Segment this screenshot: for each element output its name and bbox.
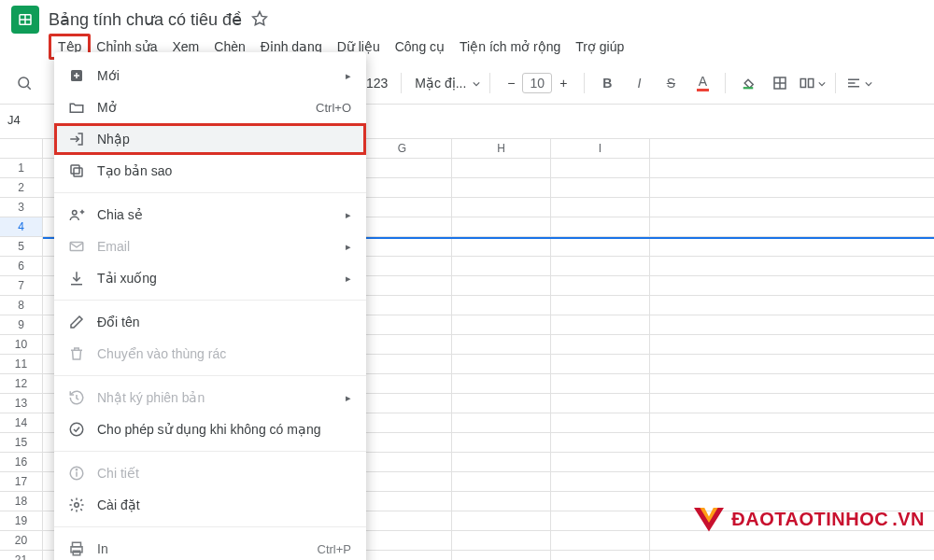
cell[interactable] (452, 472, 551, 491)
cell[interactable] (551, 472, 650, 491)
cell[interactable] (551, 413, 650, 432)
cell[interactable] (452, 433, 551, 452)
file-menu-offline[interactable]: Cho phép sử dụng khi không có mạng (54, 413, 366, 445)
cell[interactable] (353, 374, 452, 393)
column-header[interactable]: H (452, 139, 551, 158)
cell[interactable] (353, 237, 452, 256)
row-header[interactable]: 18 (0, 492, 43, 511)
cell[interactable] (452, 257, 551, 275)
row-header[interactable]: 15 (0, 433, 43, 453)
font-size-increase[interactable]: + (552, 72, 574, 94)
cell[interactable] (452, 335, 551, 354)
cell[interactable] (353, 217, 452, 236)
text-color-button[interactable]: A (689, 70, 715, 96)
row-header[interactable]: 14 (0, 413, 43, 433)
menu-extensions[interactable]: Tiện ích mở rộng (452, 35, 568, 58)
file-menu-new[interactable]: Mới ▸ (54, 60, 366, 91)
cell[interactable] (551, 257, 650, 275)
cell[interactable] (551, 433, 650, 452)
cell[interactable] (353, 433, 452, 452)
cell[interactable] (452, 511, 551, 530)
cell[interactable] (353, 453, 452, 471)
cell[interactable] (551, 178, 650, 197)
cell[interactable] (452, 355, 551, 373)
row-header[interactable]: 16 (0, 453, 43, 472)
cell[interactable] (452, 178, 551, 197)
cell[interactable] (452, 276, 551, 295)
cell[interactable] (353, 492, 452, 511)
cell[interactable] (551, 276, 650, 295)
cell[interactable] (452, 374, 551, 393)
file-menu-open[interactable]: Mở Ctrl+O (54, 91, 366, 123)
column-header[interactable]: G (353, 139, 452, 158)
row-header[interactable]: 7 (0, 276, 43, 296)
cell[interactable] (551, 394, 650, 413)
cell[interactable] (353, 551, 452, 560)
column-header[interactable]: I (551, 139, 650, 158)
strikethrough-button[interactable]: S (658, 70, 684, 96)
row-header[interactable]: 17 (0, 472, 43, 492)
cell[interactable] (353, 472, 452, 491)
cell[interactable] (353, 198, 452, 217)
row-header[interactable]: 11 (0, 355, 43, 374)
file-menu-import[interactable]: Nhập (54, 123, 366, 155)
row-header[interactable]: 5 (0, 237, 43, 257)
cell[interactable] (551, 453, 650, 471)
cell[interactable] (551, 296, 650, 315)
sheets-logo[interactable] (11, 6, 39, 34)
row-header[interactable]: 4 (0, 217, 43, 237)
row-header[interactable]: 6 (0, 257, 43, 276)
cell[interactable] (353, 335, 452, 354)
row-header[interactable]: 9 (0, 315, 43, 335)
cell[interactable] (551, 511, 650, 530)
cell[interactable] (452, 413, 551, 432)
row-header[interactable]: 1 (0, 159, 43, 178)
cell[interactable] (452, 237, 551, 256)
file-menu-version-history[interactable]: Nhật ký phiên bản ▸ (54, 382, 366, 413)
cell[interactable] (551, 374, 650, 393)
cell[interactable] (353, 413, 452, 432)
file-menu-trash[interactable]: Chuyển vào thùng rác (54, 338, 366, 370)
cell[interactable] (353, 394, 452, 413)
file-menu-email[interactable]: Email ▸ (54, 231, 366, 262)
cell[interactable] (452, 159, 551, 177)
font-family-dropdown[interactable]: Mặc đị... (411, 70, 480, 96)
name-box[interactable]: J4 (4, 110, 47, 130)
cell[interactable] (452, 551, 551, 560)
cell[interactable] (551, 159, 650, 177)
cell[interactable] (353, 315, 452, 334)
cell[interactable] (551, 492, 650, 511)
document-title[interactable]: Bảng tính chưa có tiêu đề (49, 9, 242, 30)
cell[interactable] (551, 198, 650, 217)
cell[interactable] (452, 198, 551, 217)
row-header[interactable]: 3 (0, 198, 43, 217)
borders-button[interactable] (767, 70, 793, 96)
file-menu-print[interactable]: In Ctrl+P (54, 533, 366, 560)
row-header[interactable]: 8 (0, 296, 43, 315)
cell[interactable] (353, 355, 452, 373)
cell[interactable] (353, 178, 452, 197)
cell[interactable] (551, 551, 650, 560)
search-icon[interactable] (11, 70, 37, 96)
star-icon[interactable] (251, 10, 268, 30)
cell[interactable] (353, 511, 452, 530)
file-menu-settings[interactable]: Cài đặt (54, 489, 366, 521)
select-all-corner[interactable] (0, 138, 43, 159)
cell[interactable] (452, 531, 551, 550)
file-menu-details[interactable]: Chi tiết (54, 457, 366, 489)
cell[interactable] (551, 315, 650, 334)
row-header[interactable]: 13 (0, 394, 43, 413)
cell[interactable] (353, 257, 452, 275)
cell[interactable] (452, 217, 551, 236)
cell[interactable] (353, 296, 452, 315)
row-header[interactable]: 21 (0, 551, 43, 560)
row-header[interactable]: 12 (0, 374, 43, 394)
cell[interactable] (551, 237, 650, 256)
row-header[interactable]: 2 (0, 178, 43, 198)
file-menu-rename[interactable]: Đổi tên (54, 306, 366, 338)
fill-color-button[interactable] (735, 70, 761, 96)
row-header[interactable]: 19 (0, 511, 43, 531)
cell[interactable] (452, 492, 551, 511)
cell[interactable] (452, 296, 551, 315)
cell[interactable] (551, 335, 650, 354)
